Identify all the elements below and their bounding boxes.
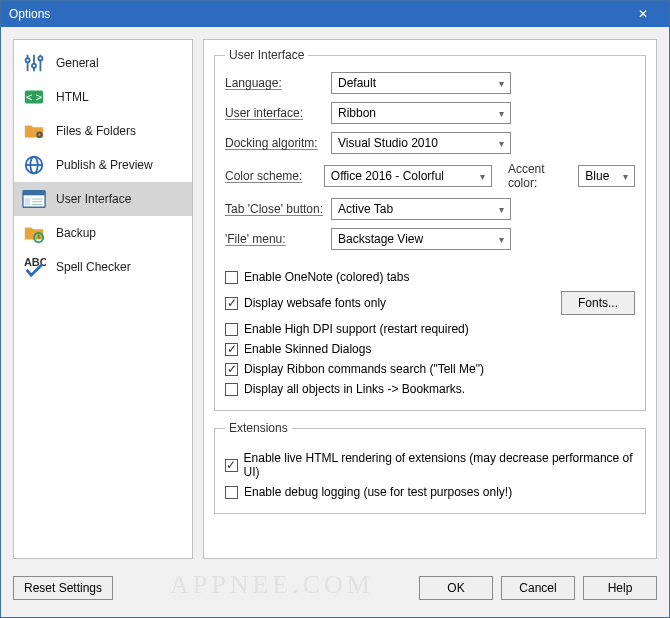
chevron-down-icon: ▾	[499, 204, 504, 215]
label-user-interface: User interface:	[225, 106, 325, 120]
group-legend: Extensions	[225, 421, 292, 435]
user-interface-group: User Interface Language: Default ▾ User …	[214, 48, 646, 411]
chevron-down-icon: ▾	[499, 138, 504, 149]
checkbox-label: Enable debug logging (use for test purpo…	[244, 485, 512, 499]
combo-file-menu[interactable]: Backstage View ▾	[331, 228, 511, 250]
chevron-down-icon: ▾	[499, 78, 504, 89]
sidebar-item-html[interactable]: < > HTML	[14, 80, 192, 114]
sidebar-item-label: Files & Folders	[56, 124, 136, 138]
svg-rect-15	[25, 198, 31, 205]
label-color-scheme: Color scheme:	[225, 169, 318, 183]
combo-docking[interactable]: Visual Studio 2010 ▾	[331, 132, 511, 154]
label-accent-color: Accent color:	[508, 162, 572, 190]
ok-button[interactable]: OK	[419, 576, 493, 600]
check-tell-me[interactable]: ✓ Display Ribbon commands search ("Tell …	[225, 362, 635, 376]
window-title: Options	[9, 7, 50, 21]
checkbox-label: Enable live HTML rendering of extensions…	[244, 451, 635, 479]
options-window: Options ✕ General	[0, 0, 670, 618]
sidebar-item-files-folders[interactable]: Files & Folders	[14, 114, 192, 148]
help-button[interactable]: Help	[583, 576, 657, 600]
combo-value: Default	[338, 76, 376, 90]
combo-value: Ribbon	[338, 106, 376, 120]
checkbox-label: Enable OneNote (colored) tabs	[244, 270, 409, 284]
chevron-down-icon: ▾	[499, 234, 504, 245]
folder-gear-icon	[22, 119, 46, 143]
close-button[interactable]: ✕	[625, 1, 661, 27]
checkbox-icon	[225, 271, 238, 284]
combo-value: Backstage View	[338, 232, 423, 246]
chevron-down-icon: ▾	[499, 108, 504, 119]
checkbox-label: Display Ribbon commands search ("Tell Me…	[244, 362, 484, 376]
combo-accent-color[interactable]: Blue ▾	[578, 165, 635, 187]
row-color-scheme: Color scheme: Office 2016 - Colorful ▾ A…	[225, 162, 635, 190]
fonts-button[interactable]: Fonts...	[561, 291, 635, 315]
check-live-rendering[interactable]: ✓ Enable live HTML rendering of extensio…	[225, 451, 635, 479]
globe-icon	[22, 153, 46, 177]
combo-language[interactable]: Default ▾	[331, 72, 511, 94]
check-onenote-tabs[interactable]: Enable OneNote (colored) tabs	[225, 270, 635, 284]
label-file-menu: 'File' menu:	[225, 232, 325, 246]
extensions-group: Extensions ✓ Enable live HTML rendering …	[214, 421, 646, 514]
footer: Reset Settings OK Cancel Help	[1, 571, 669, 617]
combo-color-scheme[interactable]: Office 2016 - Colorful ▾	[324, 165, 492, 187]
check-high-dpi[interactable]: Enable High DPI support (restart require…	[225, 322, 635, 336]
svg-point-5	[38, 56, 42, 60]
combo-value: Blue	[585, 169, 609, 183]
sidebar-item-backup[interactable]: Backup	[14, 216, 192, 250]
row-tab-close: Tab 'Close' button: Active Tab ▾	[225, 198, 635, 220]
row-docking: Docking algoritm: Visual Studio 2010 ▾	[225, 132, 635, 154]
label-tab-close: Tab 'Close' button:	[225, 202, 325, 216]
window-body: General < > HTML Files &	[1, 27, 669, 571]
checkbox-icon: ✓	[225, 459, 238, 472]
checkbox-icon	[225, 383, 238, 396]
check-skinned-dialogs[interactable]: ✓ Enable Skinned Dialogs	[225, 342, 635, 356]
button-label: Cancel	[519, 581, 556, 595]
sidebar-item-spell-checker[interactable]: ABC Spell Checker	[14, 250, 192, 284]
label-docking: Docking algoritm:	[225, 136, 325, 150]
group-legend: User Interface	[225, 48, 308, 62]
combo-user-interface[interactable]: Ribbon ▾	[331, 102, 511, 124]
check-debug-logging[interactable]: Enable debug logging (use for test purpo…	[225, 485, 635, 499]
button-label: Fonts...	[578, 296, 618, 310]
sidebar-item-label: Spell Checker	[56, 260, 131, 274]
label-language: Language:	[225, 76, 325, 90]
row-file-menu: 'File' menu: Backstage View ▾	[225, 228, 635, 250]
checkbox-label: Display all objects in Links -> Bookmark…	[244, 382, 465, 396]
button-label: OK	[447, 581, 464, 595]
checkbox-icon	[225, 323, 238, 336]
checkbox-label: Enable High DPI support (restart require…	[244, 322, 469, 336]
chevron-down-icon: ▾	[480, 171, 485, 182]
button-label: Help	[608, 581, 633, 595]
svg-text:ABC: ABC	[24, 256, 46, 268]
checkbox-icon	[225, 486, 238, 499]
svg-text:< >: < >	[26, 91, 42, 103]
button-label: Reset Settings	[24, 581, 102, 595]
sidebar-item-publish-preview[interactable]: Publish & Preview	[14, 148, 192, 182]
checkbox-label: Enable Skinned Dialogs	[244, 342, 371, 356]
svg-point-9	[38, 134, 40, 136]
html-icon: < >	[22, 85, 46, 109]
reset-settings-button[interactable]: Reset Settings	[13, 576, 113, 600]
close-icon: ✕	[638, 7, 648, 21]
sidebar-item-label: Backup	[56, 226, 96, 240]
checkbox-label: Display websafe fonts only	[244, 296, 386, 310]
check-websafe-fonts[interactable]: ✓ Display websafe fonts only	[225, 296, 386, 310]
titlebar: Options ✕	[1, 1, 669, 27]
cancel-button[interactable]: Cancel	[501, 576, 575, 600]
sidebar-item-general[interactable]: General	[14, 46, 192, 80]
backup-icon	[22, 221, 46, 245]
content-panel: User Interface Language: Default ▾ User …	[203, 39, 657, 559]
spellcheck-icon: ABC	[22, 255, 46, 279]
combo-tab-close[interactable]: Active Tab ▾	[331, 198, 511, 220]
combo-value: Visual Studio 2010	[338, 136, 438, 150]
combo-value: Office 2016 - Colorful	[331, 169, 444, 183]
sidebar-item-label: HTML	[56, 90, 89, 104]
check-bookmarks[interactable]: Display all objects in Links -> Bookmark…	[225, 382, 635, 396]
sidebar-item-user-interface[interactable]: User Interface	[14, 182, 192, 216]
footer-buttons: OK Cancel Help	[419, 576, 657, 600]
sidebar-item-label: General	[56, 56, 99, 70]
row-language: Language: Default ▾	[225, 72, 635, 94]
row-user-interface: User interface: Ribbon ▾	[225, 102, 635, 124]
svg-point-1	[26, 58, 30, 62]
window-icon	[22, 187, 46, 211]
